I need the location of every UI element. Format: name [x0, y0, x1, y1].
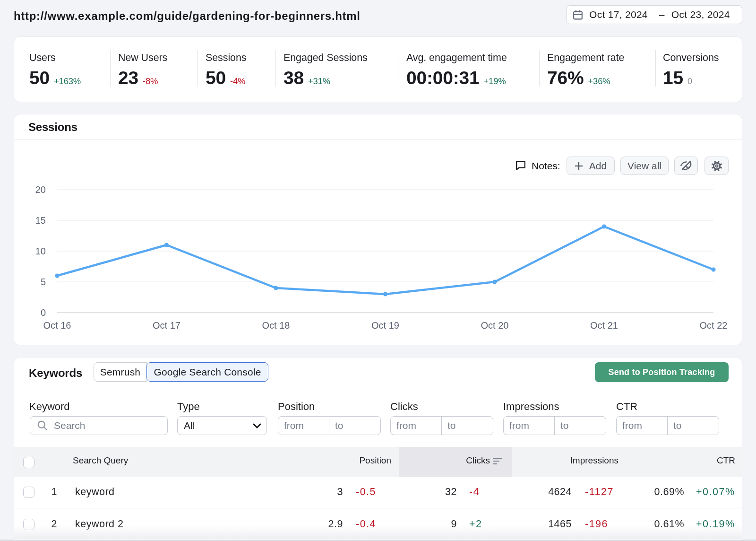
- svg-text:Oct 22: Oct 22: [700, 320, 728, 331]
- svg-text:Oct 20: Oct 20: [481, 320, 509, 331]
- svg-text:Oct 16: Oct 16: [43, 320, 71, 331]
- svg-text:20: 20: [35, 184, 46, 195]
- svg-text:10: 10: [35, 246, 46, 256]
- svg-text:15: 15: [35, 215, 46, 226]
- svg-text:Oct 19: Oct 19: [371, 320, 399, 331]
- svg-text:5: 5: [41, 277, 46, 287]
- svg-text:Oct 18: Oct 18: [262, 320, 290, 331]
- svg-text:0: 0: [41, 307, 46, 318]
- svg-text:Oct 17: Oct 17: [153, 320, 180, 331]
- svg-text:Oct 21: Oct 21: [590, 320, 618, 331]
